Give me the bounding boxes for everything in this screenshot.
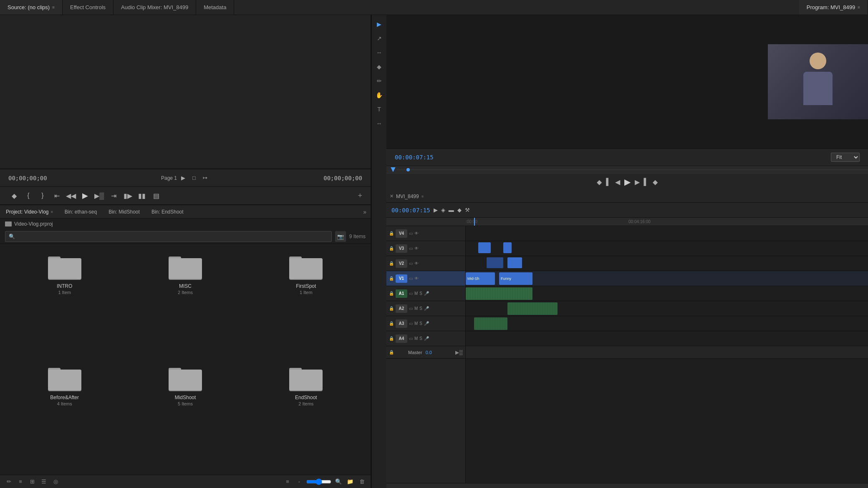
rolling-edit-tool-button[interactable]: ◆ (373, 61, 385, 73)
auto-match-button[interactable]: ◎ (51, 477, 60, 486)
tab-source[interactable]: Source: (no clips) ≡ (0, 0, 63, 15)
a1-clip-1[interactable] (466, 287, 532, 300)
track-v3-sync-icon[interactable]: ▭ (409, 246, 413, 251)
zoom-out-button[interactable]: - (295, 477, 304, 486)
tl-marker-button[interactable]: ◆ (457, 207, 462, 213)
list-view-button[interactable]: ≡ (16, 477, 25, 486)
track-v1-lock-icon[interactable]: 🔒 (389, 276, 394, 281)
track-v3-lock-icon[interactable]: 🔒 (389, 246, 394, 251)
v2-clip-1[interactable] (487, 257, 503, 268)
track-a2-s[interactable]: S (419, 306, 422, 311)
folder-intro[interactable]: INTRO 1 Item (4, 248, 125, 360)
track-a1-m[interactable]: M (414, 291, 418, 296)
track-v1-eye-icon[interactable]: 👁 (414, 276, 419, 281)
track-a3-sync-icon[interactable]: ▭ (409, 321, 413, 326)
timeline-playhead[interactable] (474, 218, 475, 226)
v1-clip-midsh[interactable]: Mid-Sh (466, 272, 495, 285)
project-expand-button[interactable]: » (359, 209, 371, 215)
a3-clip-1[interactable] (474, 317, 507, 330)
insert-button[interactable]: ▮▶ (122, 190, 134, 201)
track-v3-eye-icon[interactable]: 👁 (414, 246, 419, 251)
text-tool-button[interactable]: T (373, 103, 385, 115)
play-in-out-button[interactable]: ▶▒ (93, 190, 105, 201)
tl-ripple-button[interactable]: ◈ (441, 207, 445, 213)
search-bottom-button[interactable]: 🔍 (334, 477, 343, 486)
tab-metadata[interactable]: Metadata (196, 0, 234, 15)
track-a4-m[interactable]: M (414, 336, 418, 341)
freeform-view-button[interactable]: ☰ (39, 477, 48, 486)
track-v2-lock-icon[interactable]: 🔒 (389, 261, 394, 266)
prev-edit-button[interactable]: { (23, 190, 34, 201)
v3-clip-1[interactable] (478, 242, 491, 253)
source-tab-menu-icon[interactable]: ≡ (52, 5, 55, 10)
project-tab-endshoot[interactable]: Bin: EndShoot (146, 205, 189, 218)
v1-clip-funny[interactable]: Funny (499, 272, 532, 285)
tab-program[interactable]: Program: MVI_8499 ≡ (799, 0, 868, 15)
project-tab-menu-icon[interactable]: ≡ (51, 210, 53, 214)
step-back-button[interactable]: ◀◀ (65, 190, 77, 201)
track-v4-eye-icon[interactable]: 👁 (414, 231, 419, 236)
add-button[interactable]: + (358, 191, 362, 200)
project-tab-midshoot[interactable]: Bin: MidShoot (103, 205, 146, 218)
track-v4-lock-icon[interactable]: 🔒 (389, 231, 394, 236)
a2-clip-1[interactable] (507, 302, 558, 315)
track-a4-lock-icon[interactable]: 🔒 (389, 336, 394, 341)
track-a2-mic-icon[interactable]: 🎤 (424, 306, 429, 311)
tl-snap-button[interactable]: ▬ (449, 207, 454, 213)
go-to-out-button[interactable]: ⇥ (108, 190, 119, 201)
export-frame-button[interactable]: ▤ (150, 190, 162, 201)
track-a2-lock-icon[interactable]: 🔒 (389, 306, 394, 311)
folder-misc[interactable]: MISC 2 Items (125, 248, 245, 360)
new-folder-button[interactable]: 📁 (346, 477, 355, 486)
timeline-scrollbar[interactable] (386, 483, 868, 488)
tl-select-tool-button[interactable]: ▶ (434, 207, 438, 213)
source-expand-btn[interactable]: ↦ (200, 174, 209, 183)
track-a1-s[interactable]: S (419, 291, 422, 296)
overwrite-button[interactable]: ▮▮ (136, 190, 148, 201)
tab-effect-controls[interactable]: Effect Controls (63, 0, 114, 15)
prog-next-frame-button[interactable]: ▶ (635, 178, 640, 186)
track-a1-sync-icon[interactable]: ▭ (409, 291, 413, 296)
hand-tool-button[interactable]: ✋ (373, 89, 385, 101)
track-a3-m[interactable]: M (414, 321, 418, 326)
new-bin-button[interactable]: ✏ (4, 477, 13, 486)
next-edit-button[interactable]: } (37, 190, 48, 201)
prog-mark-in-button[interactable]: ◆ (597, 178, 602, 186)
prog-prev-frame-button[interactable]: ◀ (615, 178, 620, 186)
track-a3-mic-icon[interactable]: 🎤 (424, 321, 429, 326)
track-a3-lock-icon[interactable]: 🔒 (389, 321, 394, 326)
prog-step-forward-button[interactable]: ▌ (644, 178, 648, 186)
track-a4-sync-icon[interactable]: ▭ (409, 336, 413, 341)
track-v4-sync-icon[interactable]: ▭ (409, 231, 413, 236)
track-v2-eye-icon[interactable]: 👁 (414, 261, 419, 266)
track-a2-sync-icon[interactable]: ▭ (409, 306, 413, 311)
program-tab-menu-icon[interactable]: ≡ (858, 5, 860, 10)
track-a3-s[interactable]: S (419, 321, 422, 326)
sort-button[interactable]: ≡ (283, 477, 292, 486)
source-safe-btn[interactable]: □ (189, 174, 199, 183)
project-tab-main[interactable]: Project: Video-Vlog ≡ (0, 205, 59, 218)
track-a4-mic-icon[interactable]: 🎤 (424, 336, 429, 341)
zoom-slider[interactable] (306, 478, 331, 485)
new-item-button[interactable]: 📷 (335, 231, 346, 242)
go-to-in-button[interactable]: ⇤ (51, 190, 63, 201)
project-tab-ethan[interactable]: Bin: ethan-seq (59, 205, 103, 218)
folder-firstspot[interactable]: FirstSpot 1 Item (246, 248, 366, 360)
track-select-tool-button[interactable]: ↗ (373, 33, 385, 44)
track-a1-lock-icon[interactable]: 🔒 (389, 291, 394, 296)
prog-play-button[interactable]: ▶ (624, 177, 631, 187)
mark-in-button[interactable]: ◆ (8, 190, 20, 201)
master-end-button[interactable]: ▶▒ (455, 350, 463, 355)
program-ruler[interactable] (386, 166, 868, 174)
track-a4-s[interactable]: S (419, 336, 422, 341)
tab-audio-clip-mixer[interactable]: Audio Clip Mixer: MVI_8499 (114, 0, 196, 15)
timeline-close-button[interactable]: ✕ (390, 194, 394, 199)
folder-midshoot[interactable]: MidShoot 5 Items (125, 360, 245, 471)
track-v2-sync-icon[interactable]: ▭ (409, 261, 413, 266)
play-button[interactable]: ▶ (79, 190, 91, 201)
folder-beforeafter[interactable]: Before&After 4 Items (4, 360, 125, 471)
search-input[interactable] (17, 234, 328, 239)
ripple-edit-tool-button[interactable]: ↔ (373, 47, 385, 58)
timeline-menu-icon[interactable]: ≡ (421, 194, 424, 199)
track-a2-m[interactable]: M (414, 306, 418, 311)
